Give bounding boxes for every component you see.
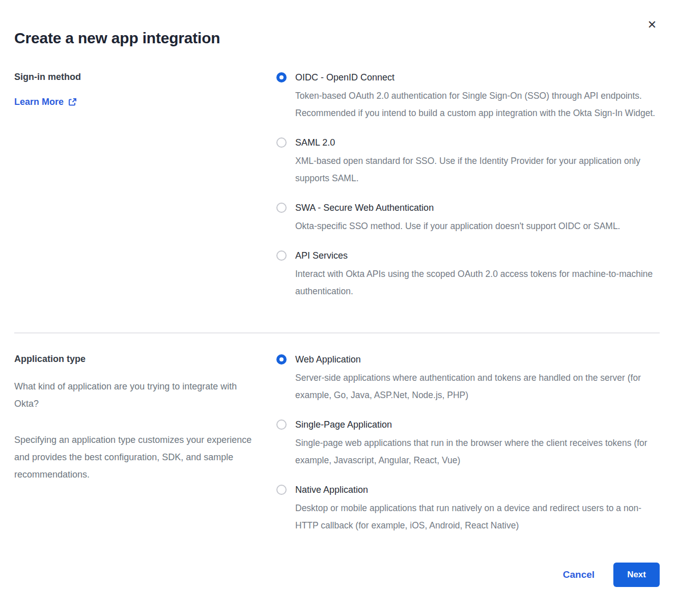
signin-option-api-services[interactable]: API Services Interact with Okta APIs usi… [276, 249, 660, 300]
radio-icon[interactable] [276, 419, 287, 430]
option-content: API Services Interact with Okta APIs usi… [295, 249, 658, 300]
option-label[interactable]: Web Application [295, 353, 658, 366]
option-description: Desktop or mobile applications that run … [295, 499, 658, 534]
apptype-option-web[interactable]: Web Application Server-side applications… [276, 353, 660, 404]
option-description: Interact with Okta APIs using the scoped… [295, 265, 658, 300]
external-link-icon [68, 98, 77, 106]
option-description: Token-based OAuth 2.0 authentication for… [295, 87, 658, 122]
close-icon[interactable]: ✕ [645, 18, 659, 32]
option-description: Server-side applications where authentic… [295, 369, 658, 404]
radio-icon[interactable] [276, 137, 287, 148]
application-type-section: Application type What kind of applicatio… [14, 353, 660, 534]
option-content: SAML 2.0 XML-based open standard for SSO… [295, 136, 658, 187]
radio-icon[interactable] [276, 250, 287, 261]
create-app-integration-dialog: ✕ Create a new app integration Sign-in m… [0, 0, 678, 616]
signin-method-options: OIDC - OpenID Connect Token-based OAuth … [276, 71, 660, 300]
option-content: OIDC - OpenID Connect Token-based OAuth … [295, 71, 658, 122]
section-divider [14, 332, 660, 333]
signin-method-left-col: Sign-in method Learn More [14, 71, 276, 300]
learn-more-link[interactable]: Learn More [14, 97, 77, 107]
option-description: XML-based open standard for SSO. Use if … [295, 152, 658, 187]
signin-option-saml[interactable]: SAML 2.0 XML-based open standard for SSO… [276, 136, 660, 187]
application-type-detail: Specifying an application type customize… [14, 431, 261, 483]
radio-icon[interactable] [276, 354, 287, 365]
application-type-options: Web Application Server-side applications… [276, 353, 660, 534]
signin-option-oidc[interactable]: OIDC - OpenID Connect Token-based OAuth … [276, 71, 660, 122]
apptype-option-native[interactable]: Native Application Desktop or mobile app… [276, 484, 660, 534]
option-content: Web Application Server-side applications… [295, 353, 658, 404]
application-type-heading: Application type [14, 353, 261, 365]
option-label[interactable]: SAML 2.0 [295, 136, 658, 149]
cancel-button[interactable]: Cancel [563, 569, 595, 580]
signin-method-heading: Sign-in method [14, 71, 261, 82]
option-content: Single-Page Application Single-page web … [295, 418, 658, 469]
learn-more-label: Learn More [14, 97, 64, 107]
option-label[interactable]: SWA - Secure Web Authentication [295, 202, 620, 214]
radio-icon[interactable] [276, 72, 287, 82]
option-description: Single-page web applications that run in… [295, 434, 658, 469]
page-title: Create a new app integration [14, 0, 660, 47]
radio-icon[interactable] [276, 203, 287, 213]
signin-method-section: Sign-in method Learn More OIDC - OpenID … [14, 71, 660, 300]
signin-option-swa[interactable]: SWA - Secure Web Authentication Okta-spe… [276, 202, 660, 235]
next-button[interactable]: Next [613, 563, 660, 587]
application-type-question: What kind of application are you trying … [14, 378, 261, 412]
option-label[interactable]: OIDC - OpenID Connect [295, 71, 658, 83]
option-content: Native Application Desktop or mobile app… [295, 484, 658, 534]
option-label[interactable]: API Services [295, 249, 658, 262]
apptype-option-spa[interactable]: Single-Page Application Single-page web … [276, 418, 660, 469]
option-description: Okta-specific SSO method. Use if your ap… [295, 217, 620, 235]
application-type-left-col: Application type What kind of applicatio… [14, 353, 276, 534]
option-label[interactable]: Native Application [295, 484, 658, 496]
dialog-footer: Cancel Next [14, 563, 660, 587]
radio-icon[interactable] [276, 485, 287, 495]
option-label[interactable]: Single-Page Application [295, 418, 658, 431]
option-content: SWA - Secure Web Authentication Okta-spe… [295, 202, 620, 235]
